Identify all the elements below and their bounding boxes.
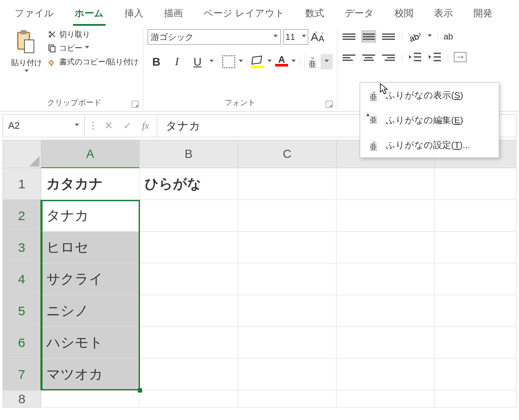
cell-E5[interactable] xyxy=(435,295,516,327)
cell-E4[interactable] xyxy=(435,263,516,295)
font-color-button[interactable]: A xyxy=(275,55,288,68)
cell-A7[interactable]: マツオカ xyxy=(41,359,140,390)
dialog-launcher-icon[interactable] xyxy=(132,101,139,108)
row-header-3[interactable]: 3 xyxy=(3,232,41,263)
decrease-font-button[interactable]: Aˇ xyxy=(319,34,323,44)
decrease-indent-button[interactable] xyxy=(408,51,422,63)
tab-home[interactable]: ホーム xyxy=(73,4,106,26)
cell-E2[interactable] xyxy=(435,200,516,232)
tab-data[interactable]: データ xyxy=(343,4,376,26)
tab-file[interactable]: ファイル xyxy=(13,4,56,26)
phonetic-edit-item[interactable]: 亜 ふりがなの編集(E) xyxy=(360,108,499,133)
phonetic-button[interactable]: ア亜 xyxy=(304,54,317,69)
align-bottom-button[interactable] xyxy=(381,30,396,42)
row-header-8[interactable]: 8 xyxy=(3,390,41,408)
cell-B3[interactable] xyxy=(140,232,238,263)
cell-A3[interactable]: ヒロセ xyxy=(41,232,140,263)
cell-A1[interactable]: カタカナ xyxy=(41,168,140,200)
underline-button[interactable]: U xyxy=(189,53,206,70)
selection-handle[interactable] xyxy=(138,388,142,393)
cell-C4[interactable] xyxy=(238,263,337,295)
cell-C7[interactable] xyxy=(238,359,337,390)
copy-button[interactable]: コピー xyxy=(47,43,139,53)
align-top-button[interactable] xyxy=(342,30,356,42)
cell-C6[interactable] xyxy=(238,327,337,359)
cell-C1[interactable] xyxy=(238,168,337,200)
row-header-4[interactable]: 4 xyxy=(3,263,41,295)
cell-D7[interactable] xyxy=(337,359,435,390)
cell-C5[interactable] xyxy=(238,295,337,327)
cell-A5[interactable]: ニシノ xyxy=(41,295,140,327)
cell-A2[interactable]: タナカ xyxy=(41,200,140,232)
increase-indent-button[interactable] xyxy=(428,51,442,63)
cell-C2[interactable] xyxy=(238,200,337,232)
tab-view[interactable]: 表示 xyxy=(432,4,455,26)
font-size-select[interactable]: 11 xyxy=(283,29,308,45)
cell-E3[interactable] xyxy=(435,232,516,263)
cell-D4[interactable] xyxy=(337,263,435,295)
cell-B2[interactable] xyxy=(140,200,238,232)
align-right-button[interactable] xyxy=(381,51,396,63)
cell-A8[interactable] xyxy=(41,390,140,408)
cell-E1[interactable] xyxy=(435,168,516,200)
cell-A6[interactable]: ハシモト xyxy=(41,327,140,359)
align-center-button[interactable] xyxy=(361,51,376,63)
cell-D1[interactable] xyxy=(337,168,435,200)
row-header-6[interactable]: 6 xyxy=(3,327,41,359)
tab-insert[interactable]: 挿入 xyxy=(123,4,145,26)
row-header-2[interactable]: 2 xyxy=(3,200,41,232)
cell-E7[interactable] xyxy=(435,359,516,390)
cell-B8[interactable] xyxy=(140,390,238,408)
phonetic-settings-item[interactable]: ア亜 ふりがなの設定(T)... xyxy=(360,133,499,157)
tab-developer[interactable]: 開発 xyxy=(472,4,494,26)
cancel-formula-button[interactable]: ✕ xyxy=(104,120,113,132)
orientation-button[interactable]: ab xyxy=(408,29,422,44)
tab-formula[interactable]: 数式 xyxy=(304,4,326,26)
cell-D2[interactable] xyxy=(337,200,435,232)
increase-font-button[interactable]: Aˆ xyxy=(311,30,317,44)
font-name-select[interactable]: 游ゴシック xyxy=(148,29,281,45)
fill-color-button[interactable] xyxy=(251,55,264,68)
column-header-B[interactable]: B xyxy=(140,140,238,168)
cell-B6[interactable] xyxy=(140,327,238,359)
expand-formula-icon[interactable] xyxy=(92,122,94,130)
select-all-corner[interactable] xyxy=(3,140,41,168)
bold-button[interactable]: B xyxy=(148,53,165,70)
chevron-down-icon[interactable] xyxy=(209,60,214,64)
paste-button[interactable]: 貼り付け xyxy=(9,29,44,76)
column-header-A[interactable]: A xyxy=(41,140,140,168)
tab-review[interactable]: 校閲 xyxy=(393,4,415,26)
cell-B7[interactable] xyxy=(140,359,238,390)
chevron-down-icon[interactable] xyxy=(239,60,243,64)
accept-formula-button[interactable]: ✓ xyxy=(123,120,132,132)
column-header-C[interactable]: C xyxy=(238,140,337,168)
chevron-down-icon[interactable] xyxy=(267,60,272,64)
cell-C8[interactable] xyxy=(238,390,337,408)
row-header-7[interactable]: 7 xyxy=(3,359,41,390)
cell-D3[interactable] xyxy=(337,232,435,263)
cell-D5[interactable] xyxy=(337,295,435,327)
tab-draw[interactable]: 描画 xyxy=(162,4,185,26)
align-left-button[interactable] xyxy=(342,51,356,63)
cell-D8[interactable] xyxy=(337,390,435,408)
cell-E6[interactable] xyxy=(435,327,516,359)
cell-A4[interactable]: サクライ xyxy=(41,263,140,295)
tab-page-layout[interactable]: ページ レイアウト xyxy=(202,4,286,26)
chevron-down-icon[interactable] xyxy=(291,60,296,64)
fx-icon[interactable]: fx xyxy=(142,120,149,131)
chevron-down-icon[interactable] xyxy=(428,34,432,39)
row-header-1[interactable]: 1 xyxy=(3,168,41,200)
merge-button[interactable] xyxy=(454,52,467,63)
borders-button[interactable] xyxy=(222,55,235,68)
name-box[interactable]: A2 xyxy=(3,115,85,137)
format-painter-button[interactable]: 書式のコピー/貼り付け xyxy=(47,57,139,67)
cut-button[interactable]: 切り取り xyxy=(47,29,139,39)
cell-B5[interactable] xyxy=(140,295,238,327)
cell-C3[interactable] xyxy=(238,232,337,263)
dialog-launcher-icon[interactable] xyxy=(326,101,333,108)
row-header-5[interactable]: 5 xyxy=(3,295,41,327)
cell-B4[interactable] xyxy=(140,263,238,295)
italic-button[interactable]: I xyxy=(168,53,185,70)
cell-B1[interactable]: ひらがな xyxy=(140,168,238,200)
wrap-text-button[interactable]: ab xyxy=(443,32,453,42)
